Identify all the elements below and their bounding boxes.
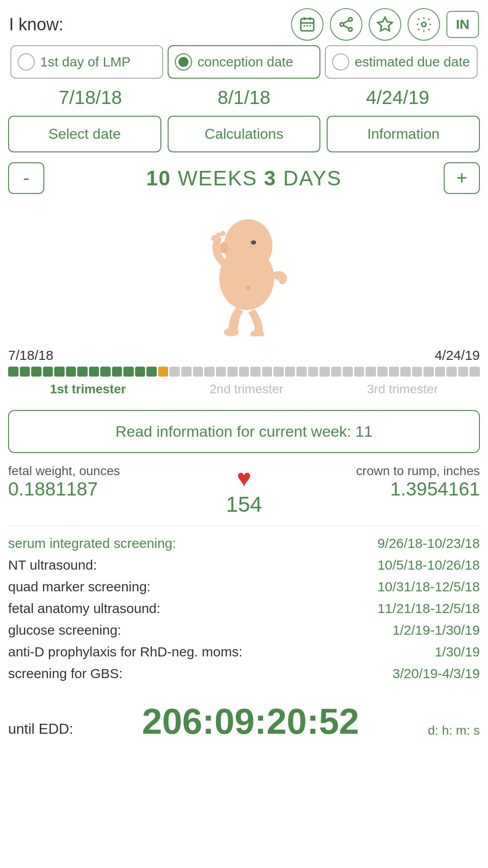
screening-section: serum integrated screening:9/26/18-10/23… bbox=[0, 533, 488, 693]
screening-label-0: serum integrated screening: bbox=[8, 536, 176, 551]
conception-date: 8/1/18 bbox=[218, 87, 271, 108]
stats-row: fetal weight, ounces 0.1881187 ♥ 154 cro… bbox=[8, 464, 480, 517]
svg-rect-4 bbox=[304, 25, 305, 27]
progress-section: 7/18/18 4/24/19 1st trimester 2nd trimes… bbox=[0, 348, 488, 405]
screening-date-3: 11/21/18-12/5/18 bbox=[377, 601, 480, 616]
crown-rump-label: crown to rump, inches bbox=[289, 464, 480, 478]
plus-button[interactable]: + bbox=[444, 162, 480, 194]
information-button[interactable]: Information bbox=[327, 116, 480, 152]
radio-section: 1st day of LMP conception date estimated… bbox=[0, 45, 488, 79]
progress-start-date: 7/18/18 bbox=[8, 348, 53, 363]
stats-left: fetal weight, ounces 0.1881187 bbox=[8, 464, 199, 500]
radio-circle-due-date bbox=[332, 53, 349, 71]
screening-row-3: fetal anatomy ultrasound:11/21/18-12/5/1… bbox=[8, 598, 480, 619]
svg-rect-5 bbox=[306, 25, 308, 27]
weeks-row: - 10 WEEKS 3 DAYS + bbox=[0, 160, 488, 196]
svg-point-17 bbox=[220, 242, 228, 254]
svg-rect-0 bbox=[301, 19, 314, 31]
edd-section: until EDD: 206:09:20:52 d: h: m: s bbox=[0, 693, 488, 751]
calculations-button[interactable]: Calculations bbox=[168, 116, 321, 152]
stats-section: fetal weight, ounces 0.1881187 ♥ 154 cro… bbox=[0, 464, 488, 517]
screening-row-5: anti-D prophylaxis for RhD-neg. moms:1/3… bbox=[8, 641, 480, 663]
minus-button[interactable]: - bbox=[8, 162, 44, 194]
dates-row: 7/18/18 8/1/18 4/24/19 bbox=[0, 83, 488, 116]
top-bar: I know: IN bbox=[0, 0, 488, 45]
edd-units: d: h: m: s bbox=[428, 723, 480, 742]
radio-label-due-date: estimated due date bbox=[355, 54, 470, 70]
svg-line-10 bbox=[343, 20, 348, 23]
radio-circle-conception bbox=[175, 53, 192, 71]
screening-date-5: 1/30/19 bbox=[435, 644, 480, 660]
screening-row-4: glucose screening:1/2/19-1/30/19 bbox=[8, 619, 480, 641]
trimester-3-label: 3rd trimester bbox=[367, 382, 438, 396]
svg-point-23 bbox=[246, 286, 250, 290]
edd-countdown: 206:09:20:52 bbox=[82, 701, 419, 742]
select-date-button[interactable]: Select date bbox=[8, 116, 161, 152]
star-icon[interactable] bbox=[369, 8, 401, 41]
edd-label: until EDD: bbox=[8, 721, 73, 737]
fetus-illustration bbox=[190, 210, 298, 336]
trimester-labels: 1st trimester 2nd trimester 3rd trimeste… bbox=[8, 382, 480, 396]
screening-label-1: NT ultrasound: bbox=[8, 557, 97, 573]
screening-row-0: serum integrated screening:9/26/18-10/23… bbox=[8, 533, 480, 554]
radio-inner-conception bbox=[178, 57, 188, 67]
screening-row-6: screening for GBS:3/20/19-4/3/19 bbox=[8, 663, 480, 684]
fetal-weight-value: 0.1881187 bbox=[8, 478, 199, 500]
svg-point-9 bbox=[349, 28, 352, 31]
radio-due-date[interactable]: estimated due date bbox=[325, 45, 478, 79]
days-number: 3 bbox=[264, 166, 277, 190]
heart-icon: ♥ bbox=[237, 464, 251, 492]
screening-label-6: screening for GBS: bbox=[8, 666, 122, 681]
stats-right: crown to rump, inches 1.3954161 bbox=[289, 464, 480, 500]
radio-label-lmp: 1st day of LMP bbox=[40, 54, 131, 70]
crown-rump-value: 1.3954161 bbox=[289, 478, 480, 500]
svg-point-20 bbox=[221, 231, 226, 236]
divider bbox=[8, 526, 480, 526]
trimester-1-label: 1st trimester bbox=[50, 382, 126, 396]
days-text: DAYS bbox=[283, 166, 342, 190]
radio-lmp[interactable]: 1st day of LMP bbox=[10, 45, 163, 79]
radio-conception[interactable]: conception date bbox=[168, 45, 320, 79]
fetal-weight-label: fetal weight, ounces bbox=[8, 464, 199, 478]
settings-icon[interactable] bbox=[408, 8, 440, 41]
read-info-button[interactable]: Read information for current week: 11 bbox=[8, 410, 480, 453]
lmp-date: 7/18/18 bbox=[59, 87, 122, 108]
weeks-number: 10 bbox=[146, 166, 171, 190]
weeks-label: 10 WEEKS 3 DAYS bbox=[44, 166, 444, 190]
screening-label-2: quad marker screening: bbox=[8, 579, 150, 594]
screening-label-3: fetal anatomy ultrasound: bbox=[8, 601, 160, 616]
svg-point-21 bbox=[224, 328, 239, 336]
progress-bar bbox=[8, 367, 480, 377]
heart-rate-value: 154 bbox=[226, 492, 262, 517]
weeks-text: WEEKS bbox=[178, 166, 257, 190]
svg-point-7 bbox=[349, 18, 352, 21]
screening-date-1: 10/5/18-10/26/18 bbox=[377, 557, 480, 573]
svg-point-16 bbox=[251, 241, 256, 245]
due-date: 4/24/19 bbox=[366, 87, 429, 108]
screening-date-0: 9/26/18-10/23/18 bbox=[377, 536, 480, 551]
svg-rect-6 bbox=[310, 25, 311, 27]
share-icon[interactable] bbox=[330, 8, 362, 41]
svg-point-8 bbox=[340, 23, 344, 26]
fetus-image bbox=[0, 203, 488, 348]
screening-row-1: NT ultrasound:10/5/18-10/26/18 bbox=[8, 554, 480, 576]
screening-date-2: 10/31/18-12/5/18 bbox=[377, 579, 480, 594]
svg-point-15 bbox=[224, 219, 272, 272]
radio-circle-lmp bbox=[18, 53, 35, 71]
stats-center: ♥ 154 bbox=[199, 464, 289, 517]
svg-line-11 bbox=[343, 25, 348, 28]
screening-label-5: anti-D prophylaxis for RhD-neg. moms: bbox=[8, 644, 243, 660]
trimester-2-label: 2nd trimester bbox=[210, 382, 283, 396]
screening-date-6: 3/20/19-4/3/19 bbox=[393, 666, 480, 681]
i-know-label: I know: bbox=[9, 15, 63, 34]
svg-marker-12 bbox=[378, 17, 392, 31]
svg-point-13 bbox=[422, 22, 426, 27]
progress-dates: 7/18/18 4/24/19 bbox=[8, 348, 480, 363]
screening-row-2: quad marker screening:10/31/18-12/5/18 bbox=[8, 576, 480, 598]
progress-end-date: 4/24/19 bbox=[435, 348, 480, 363]
top-icons: IN bbox=[291, 8, 479, 41]
calendar-icon[interactable] bbox=[291, 8, 324, 41]
screening-date-4: 1/2/19-1/30/19 bbox=[393, 623, 480, 638]
radio-label-conception: conception date bbox=[197, 54, 293, 70]
in-button[interactable]: IN bbox=[446, 11, 479, 38]
